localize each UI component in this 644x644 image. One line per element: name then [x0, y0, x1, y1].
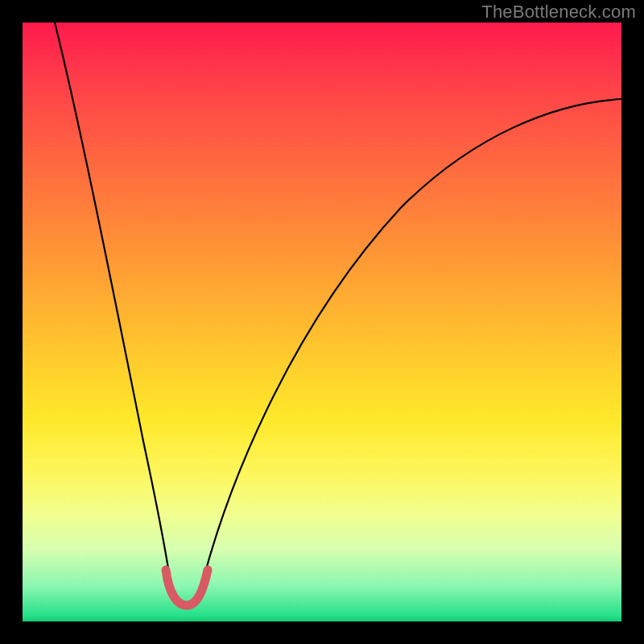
watermark-text: TheBottleneck.com [481, 2, 636, 23]
curve-right [204, 99, 621, 578]
chart-frame: TheBottleneck.com [0, 0, 644, 644]
curve-layer [23, 23, 621, 621]
plot-area [23, 23, 621, 621]
valley-marker [166, 570, 208, 605]
curve-left [55, 23, 170, 578]
